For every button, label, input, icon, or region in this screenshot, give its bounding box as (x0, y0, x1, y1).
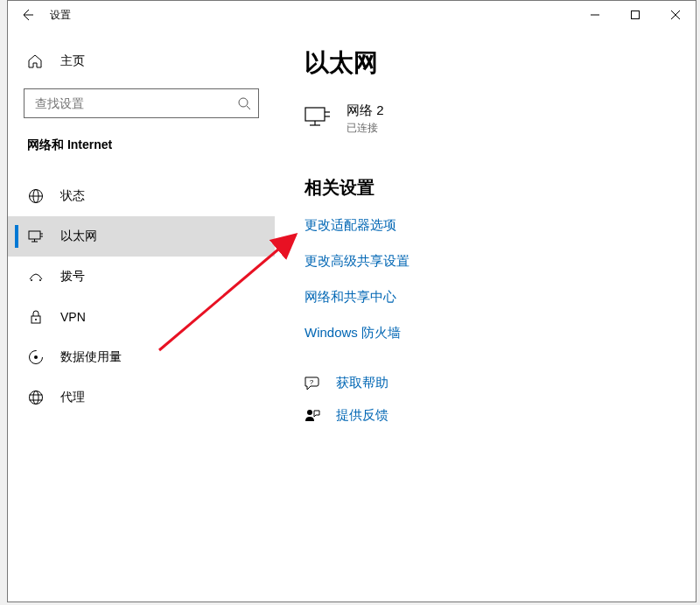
svg-point-20 (30, 391, 43, 405)
svg-point-4 (239, 98, 248, 107)
maximize-button[interactable] (615, 1, 655, 29)
sidebar-item-ethernet[interactable]: 以太网 (8, 216, 275, 257)
ethernet-icon (27, 229, 45, 244)
home-button[interactable]: 主页 (8, 45, 275, 78)
sidebar-item-label: 数据使用量 (60, 349, 122, 365)
search-box[interactable] (24, 88, 259, 118)
svg-point-19 (34, 355, 38, 359)
feedback-icon (304, 408, 322, 424)
sidebar-item-label: 拨号 (60, 269, 85, 285)
network-text: 网络 2 已连接 (346, 102, 384, 136)
give-feedback-label: 提供反馈 (336, 407, 388, 424)
svg-point-17 (35, 319, 37, 320)
home-label: 主页 (60, 53, 85, 69)
minimize-icon (591, 11, 599, 19)
sidebar-item-proxy[interactable]: 代理 (8, 377, 275, 418)
help-icon: ? (304, 376, 322, 391)
sidebar-item-status[interactable]: 状态 (8, 176, 275, 216)
svg-point-14 (31, 279, 32, 281)
network-status-icon (27, 188, 45, 204)
main-panel: 以太网 网络 2 已连接 相关设置 更改适配器选项 更改高级共享设置 网络和共享… (275, 29, 696, 601)
titlebar: 设置 (8, 1, 696, 29)
close-icon (671, 11, 680, 19)
search-wrap (8, 78, 275, 118)
minimize-button[interactable] (575, 1, 615, 29)
vpn-icon (27, 309, 45, 325)
maximize-icon (631, 11, 640, 19)
svg-point-30 (307, 410, 312, 415)
back-button[interactable] (8, 1, 46, 29)
sidebar-item-vpn[interactable]: VPN (8, 297, 275, 337)
category-label: 网络和 Internet (8, 118, 275, 164)
link-network-sharing-center[interactable]: 网络和共享中心 (304, 289, 675, 306)
window-title: 设置 (50, 8, 71, 23)
network-monitor-icon (304, 107, 331, 132)
nav: 状态 以太网 拨号 (8, 164, 275, 418)
network-entry[interactable]: 网络 2 已连接 (304, 102, 675, 136)
svg-rect-24 (305, 108, 325, 121)
svg-rect-9 (29, 231, 40, 239)
link-change-adapter-options[interactable]: 更改适配器选项 (304, 217, 675, 234)
svg-text:?: ? (310, 377, 314, 385)
search-icon (237, 96, 251, 110)
proxy-icon (27, 390, 45, 405)
get-help-button[interactable]: ? 获取帮助 (304, 375, 675, 391)
data-usage-icon (27, 349, 45, 365)
sidebar: 主页 网络和 Internet 状态 (8, 29, 275, 601)
link-windows-firewall[interactable]: Windows 防火墙 (304, 325, 675, 341)
dialup-icon (27, 271, 45, 283)
svg-line-5 (247, 106, 250, 109)
sidebar-item-data-usage[interactable]: 数据使用量 (8, 337, 275, 377)
sidebar-item-dialup[interactable]: 拨号 (8, 257, 275, 297)
svg-rect-1 (632, 11, 640, 19)
svg-point-21 (33, 391, 38, 405)
give-feedback-button[interactable]: 提供反馈 (304, 407, 675, 424)
svg-point-15 (39, 279, 41, 281)
sidebar-item-label: 状态 (60, 188, 85, 204)
settings-window: 设置 主页 (7, 0, 696, 602)
close-button[interactable] (655, 1, 696, 29)
network-status: 已连接 (346, 121, 384, 136)
related-settings-title: 相关设置 (304, 176, 675, 200)
sidebar-item-label: 以太网 (60, 229, 97, 244)
back-arrow-icon (20, 8, 34, 22)
get-help-label: 获取帮助 (336, 375, 388, 391)
link-change-advanced-sharing[interactable]: 更改高级共享设置 (304, 253, 675, 270)
content: 主页 网络和 Internet 状态 (8, 29, 696, 601)
window-controls (575, 1, 696, 29)
search-input[interactable] (35, 96, 237, 110)
network-name: 网络 2 (346, 102, 384, 119)
sidebar-item-label: 代理 (60, 390, 85, 405)
sidebar-item-label: VPN (60, 310, 86, 324)
page-title: 以太网 (304, 46, 675, 80)
home-icon (27, 53, 45, 69)
